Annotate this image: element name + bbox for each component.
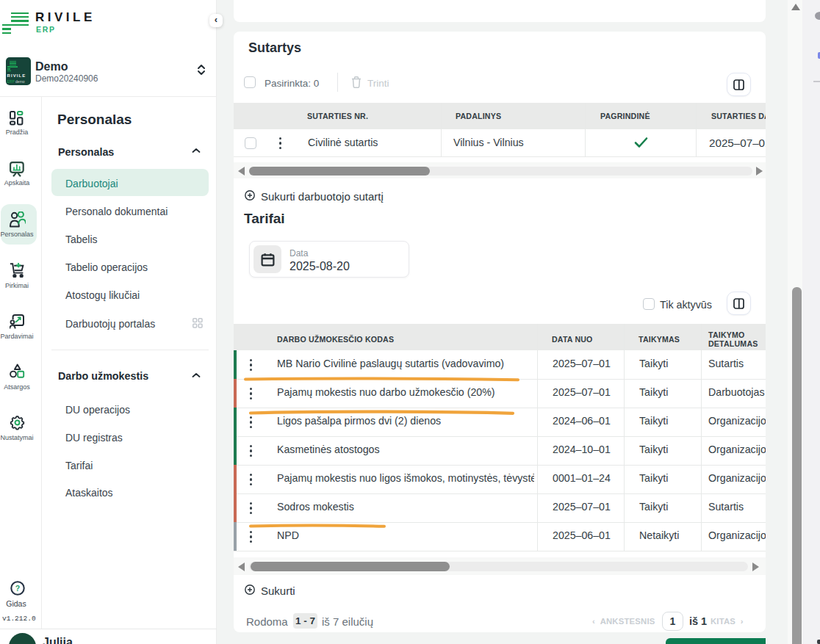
svg-text:?: ?: [15, 584, 20, 593]
